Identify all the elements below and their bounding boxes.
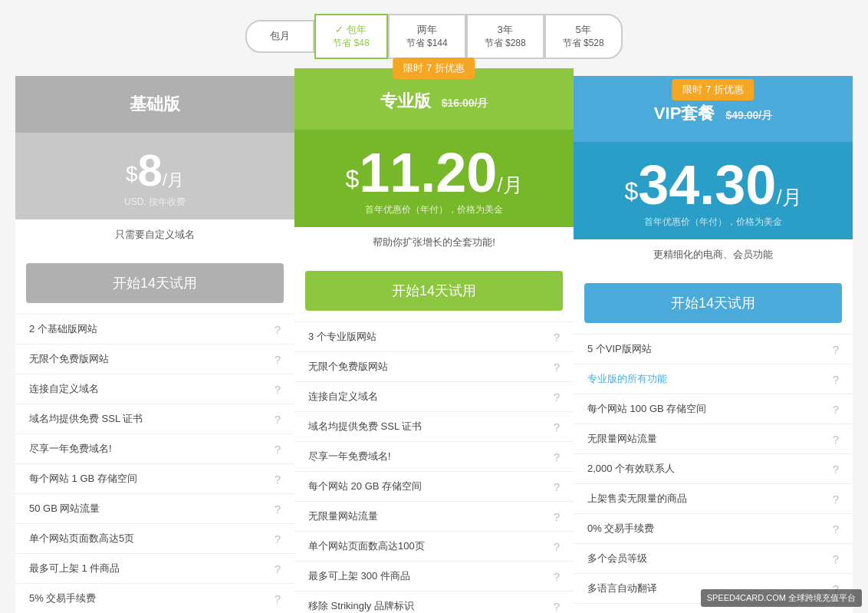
help-icon[interactable]: ? [275, 413, 281, 426]
basic-features-list: 2 个基础版网站? 无限个免费版网站? 连接自定义域名? 域名均提供免费 SSL… [15, 314, 294, 613]
help-icon[interactable]: ? [554, 361, 560, 374]
feature-text: 无限个免费版网站 [29, 352, 109, 366]
period-yearly-label: 包年 [347, 24, 367, 35]
vip-description-text: 更精细化的电商、会员功能 [653, 249, 773, 260]
feature-text: 移除 Strikingly 品牌标识 [308, 599, 414, 613]
vip-price-note: 首年优惠价（年付），价格为美金 [581, 216, 845, 229]
basic-plan-price: $8/月 USD, 按年收费 [15, 133, 294, 219]
feature-text: 尽享一年免费域名! [308, 450, 391, 463]
help-icon[interactable]: ? [554, 570, 560, 583]
help-icon[interactable]: ? [833, 343, 839, 356]
help-icon[interactable]: ? [554, 480, 560, 493]
help-icon[interactable]: ? [833, 522, 839, 536]
vip-limited-badge: 限时 7 折优惠 [672, 79, 754, 101]
list-item: 5 个VIP版网站? [574, 335, 853, 364]
period-5year[interactable]: 5年 节省 $528 [544, 14, 623, 59]
help-icon[interactable]: ? [554, 420, 560, 433]
feature-text: 无限个免费版网站 [308, 360, 388, 374]
pro-plan-name: 专业版 [380, 91, 431, 110]
feature-text: 单个网站页面数高达5页 [29, 532, 134, 545]
list-item: 每个网站 100 GB 存储空间? [574, 394, 853, 424]
list-item: 无限量网站流量? [574, 424, 853, 454]
list-item: 无限个免费版网站? [15, 344, 294, 374]
period-3year[interactable]: 3年 节省 $288 [466, 14, 544, 59]
feature-text: 无限量网站流量 [308, 509, 378, 523]
feature-text: 连接自定义域名 [29, 382, 99, 396]
feature-text: 无限量网站流量 [587, 432, 657, 446]
vip-plan-name: VIP套餐 [654, 104, 715, 123]
vip-cta-label: 开始14天试用 [671, 295, 755, 311]
period-2year-label: 两年 [417, 24, 437, 35]
list-item: 连接自定义域名? [15, 374, 294, 404]
vip-plan-desc: 更精细化的电商、会员功能 [574, 239, 853, 273]
period-yearly[interactable]: ✓包年 节省 $48 [314, 14, 387, 59]
vip-features-list: 5 个VIP版网站? 专业版的所有功能? 每个网站 100 GB 存储空间? 无… [574, 334, 853, 613]
help-icon[interactable]: ? [275, 383, 281, 396]
feature-text: 多语言自动翻译 [587, 582, 657, 595]
feature-link-text[interactable]: 专业版的所有功能 [587, 372, 667, 386]
feature-text: 5 个VIP版网站 [587, 342, 652, 356]
list-item: 5% 交易手续费? [15, 584, 294, 613]
help-icon[interactable]: ? [275, 353, 281, 366]
help-icon[interactable]: ? [833, 552, 839, 565]
feature-text: 2,000 个有效联系人 [587, 462, 675, 476]
basic-plan-name: 基础版 [130, 94, 180, 114]
help-icon[interactable]: ? [275, 443, 281, 456]
pro-description-text: 帮助你扩张增长的全套功能! [373, 236, 495, 248]
help-icon[interactable]: ? [275, 562, 281, 575]
list-item: 域名均提供免费 SSL 证书? [294, 412, 574, 442]
basic-cta-label: 开始14天试用 [113, 275, 197, 291]
help-icon[interactable]: ? [554, 600, 560, 613]
basic-price-value: 8 [138, 145, 163, 195]
feature-text: 每个网站 100 GB 存储空间 [587, 402, 706, 416]
feature-text: 尽享一年免费域名! [29, 442, 112, 456]
help-icon[interactable]: ? [833, 403, 839, 416]
watermark: SPEED4CARD.COM 全球跨境充值平台 [701, 589, 862, 607]
pro-price-value: 11.20 [359, 142, 497, 203]
pro-plan-price: $11.20/月 首年优惠价（年付），价格为美金 [294, 130, 574, 227]
basic-cta-button[interactable]: 开始14天试用 [26, 263, 284, 303]
period-5year-savings: 节省 $528 [563, 37, 604, 50]
feature-text: 多个会员等级 [587, 552, 647, 565]
list-item: 单个网站页面数高达100页? [294, 532, 574, 562]
help-icon[interactable]: ? [554, 391, 560, 404]
period-5year-label: 5年 [576, 24, 591, 35]
vip-price-value: 34.30 [638, 154, 776, 216]
help-icon[interactable]: ? [833, 463, 839, 476]
list-item: 最多可上架 1 件商品? [15, 554, 294, 584]
help-icon[interactable]: ? [554, 450, 560, 463]
period-monthly[interactable]: 包月 [245, 20, 314, 52]
pro-badge-text: 限时 7 折优惠 [403, 62, 464, 74]
help-icon[interactable]: ? [275, 503, 281, 516]
list-item: 每个网站 1 GB 存储空间? [15, 464, 294, 494]
feature-text: 每个网站 20 GB 存储空间 [308, 480, 422, 493]
feature-text: 上架售卖无限量的商品 [587, 492, 687, 506]
list-item: 2 个基础版网站? [15, 315, 294, 344]
vip-badge-text: 限时 7 折优惠 [682, 84, 743, 95]
help-icon[interactable]: ? [554, 540, 560, 553]
period-monthly-label: 包月 [270, 30, 290, 41]
help-icon[interactable]: ? [833, 433, 839, 446]
vip-per-month: /月 [776, 186, 801, 209]
help-icon[interactable]: ? [275, 473, 281, 486]
plan-basic: 基础版 $8/月 USD, 按年收费 只需要自定义域名 开始14天试用 2 个基… [15, 76, 294, 613]
list-item: 尽享一年免费域名!? [15, 434, 294, 464]
feature-text: 单个网站页面数高达100页 [308, 539, 425, 553]
help-icon[interactable]: ? [275, 592, 281, 605]
pro-cta-button[interactable]: 开始14天试用 [305, 271, 563, 311]
pro-per-month: /月 [497, 173, 522, 196]
help-icon[interactable]: ? [554, 331, 560, 344]
vip-cta-button[interactable]: 开始14天试用 [584, 283, 842, 323]
feature-text: 5% 交易手续费 [29, 592, 96, 605]
feature-text: 域名均提供免费 SSL 证书 [29, 412, 143, 426]
period-2year[interactable]: 两年 节省 $144 [388, 14, 466, 59]
list-item: 域名均提供免费 SSL 证书? [15, 404, 294, 434]
list-item-highlight: 专业版的所有功能? [574, 364, 853, 394]
feature-text: 50 GB 网站流量 [29, 502, 100, 516]
help-icon[interactable]: ? [554, 510, 560, 523]
help-icon[interactable]: ? [833, 493, 839, 506]
period-3year-savings: 节省 $288 [485, 37, 526, 50]
help-icon[interactable]: ? [275, 323, 281, 336]
help-icon[interactable]: ? [275, 532, 281, 545]
help-icon[interactable]: ? [833, 373, 839, 386]
